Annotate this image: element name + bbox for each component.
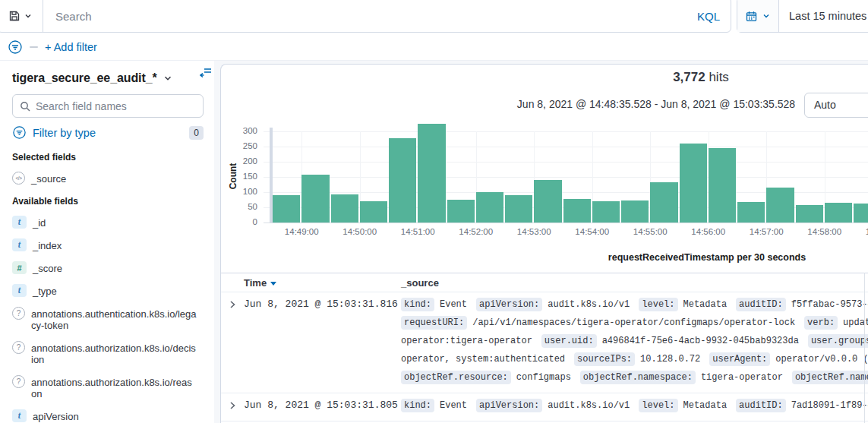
field-value: tigera-operator	[701, 372, 783, 383]
y-axis-tick: 250	[221, 141, 257, 150]
discover-results-panel: 3,772 hits Jun 8, 2021 @ 14:48:35.528 - …	[220, 64, 868, 423]
filter-count-badge: 0	[189, 126, 204, 140]
histogram-bar[interactable]	[592, 201, 620, 223]
chevron-down-icon	[24, 12, 32, 20]
field-key-badge: userAgent:	[709, 352, 770, 366]
field-search-input[interactable]	[36, 100, 196, 112]
field-key-badge: level:	[639, 298, 677, 311]
y-axis-tick: 200	[221, 156, 257, 166]
histogram-bar[interactable]	[418, 124, 445, 223]
field-key-badge: user.uid:	[541, 334, 597, 348]
kql-selector[interactable]: KQL	[690, 0, 731, 32]
row-source: kind:EventapiVersion:audit.k8s.io/v1leve…	[401, 396, 868, 415]
selected-fields-list: </>_source	[12, 172, 204, 185]
y-axis-tick: 300	[221, 126, 257, 135]
x-axis-tick: 14:54:00	[575, 227, 609, 236]
chevron-down-icon	[762, 12, 770, 20]
histogram-bar[interactable]	[621, 200, 649, 223]
histogram-bar[interactable]	[680, 144, 707, 223]
source-line: kind:EventapiVersion:audit.k8s.io/v1leve…	[401, 396, 868, 415]
field-name: _id	[33, 216, 198, 229]
field-key-badge: kind:	[401, 399, 434, 412]
field-item[interactable]: </>_source	[12, 172, 204, 185]
histogram-bar[interactable]	[737, 202, 765, 223]
field-value: operator:tigera-operator	[401, 336, 532, 346]
filter-icon[interactable]	[8, 39, 23, 55]
field-item[interactable]: t_id	[12, 216, 204, 229]
quick-select-button[interactable]	[737, 0, 779, 32]
histogram-bar[interactable]	[389, 138, 416, 223]
add-filter-button[interactable]: + Add filter	[45, 41, 97, 53]
histogram-bar[interactable]	[825, 203, 852, 223]
x-axis-label: requestReceivedTimestamp per 30 seconds	[608, 252, 806, 263]
field-name: _source	[31, 172, 197, 185]
source-line: operator:tigera-operatoruser.uid:a496841…	[401, 332, 868, 350]
filter-icon	[12, 125, 27, 140]
histogram-bar[interactable]	[301, 175, 329, 223]
field-key-badge: objectRef.resource:	[401, 371, 511, 384]
table-scrollbar[interactable]	[864, 273, 865, 423]
histogram-bar[interactable]	[766, 188, 794, 223]
x-axis-tick: 14:57:00	[750, 227, 784, 236]
x-axis-tick: 14:56:00	[691, 227, 725, 236]
source-line: kind:EventapiVersion:audit.k8s.io/v1leve…	[401, 295, 868, 314]
field-name: annotations.authorization.k8s.io/reason	[31, 375, 197, 399]
search-input[interactable]	[43, 0, 690, 32]
table-row: Jun 8, 2021 @ 15:03:31.816kind:EventapiV…	[221, 292, 868, 393]
index-pattern-title: tigera_secure_ee_audit_*	[12, 71, 157, 85]
x-axis-tick: 14:52:00	[459, 227, 493, 236]
available-fields-heading: Available fields	[12, 196, 204, 207]
histogram-bar[interactable]	[854, 204, 868, 223]
field-search-box	[12, 94, 204, 118]
expand-row-icon[interactable]	[221, 396, 244, 410]
field-key-badge: kind:	[401, 298, 434, 311]
expand-row-icon[interactable]	[221, 295, 244, 309]
field-key-badge: verb:	[804, 316, 838, 330]
field-value: audit.k8s.io/v1	[548, 299, 630, 310]
histogram-bar[interactable]	[563, 199, 591, 223]
field-item[interactable]: t_index	[12, 238, 204, 251]
field-type-icon: #	[12, 261, 27, 274]
histogram-bar[interactable]	[709, 148, 736, 223]
histogram-bar[interactable]	[476, 192, 503, 223]
time-range-button[interactable]: Last 15 minutes	[779, 0, 868, 32]
histogram-bar[interactable]	[360, 201, 387, 223]
source-column-header: _source	[401, 277, 868, 289]
search-icon	[20, 101, 30, 112]
chevron-down-icon	[163, 74, 172, 83]
x-axis-tick: 14:51:00	[401, 227, 435, 236]
y-axis-tick: 100	[221, 187, 257, 196]
field-value: operator/v0.0.0 (linu	[775, 354, 868, 365]
field-value: 10.128.0.72	[640, 354, 700, 365]
field-value: /api/v1/namespaces/tigera-operator/confi…	[472, 317, 795, 328]
index-pattern-selector[interactable]: tigera_secure_ee_audit_*	[12, 70, 204, 87]
histogram-bar[interactable]	[796, 205, 823, 223]
field-item[interactable]: tapiVersion	[12, 409, 204, 422]
filter-by-type[interactable]: Filter by type 0	[12, 125, 204, 140]
field-item[interactable]: t_type	[12, 284, 204, 297]
source-line: requestURI:/api/v1/namespaces/tigera-ope…	[401, 314, 868, 332]
field-item[interactable]: ?annotations.authorization.k8s.io/decisi…	[12, 341, 204, 365]
field-item[interactable]: ?annotations.authentication.k8s.io/legac…	[12, 307, 204, 331]
histogram-bar[interactable]	[650, 182, 677, 223]
saved-query-button[interactable]	[0, 0, 43, 32]
histogram-bar[interactable]	[331, 194, 358, 223]
field-value: a496841f-75e6-4acb-9932-045bab9323da	[602, 336, 799, 346]
gridline	[264, 147, 868, 147]
save-icon	[8, 10, 21, 22]
time-column-label: Time	[244, 277, 267, 289]
histogram-bar[interactable]	[447, 200, 475, 223]
time-column-header[interactable]: Time	[244, 277, 401, 289]
histogram-bar[interactable]	[273, 195, 300, 223]
histogram-bar[interactable]	[534, 180, 561, 223]
y-axis-label: Count	[228, 131, 238, 222]
field-item[interactable]: ?annotations.authorization.k8s.io/reason	[12, 375, 204, 399]
field-key-badge: apiVersion:	[476, 399, 542, 412]
field-type-icon: ?	[12, 375, 25, 388]
histogram-bar[interactable]	[505, 195, 532, 223]
field-name: _index	[33, 238, 198, 251]
field-value: Event	[440, 400, 467, 411]
field-item[interactable]: #_score	[12, 261, 204, 274]
field-value: 7ad18091-1f89-4a97-9	[791, 400, 868, 411]
x-axis-tick: 14:50:00	[342, 227, 377, 236]
